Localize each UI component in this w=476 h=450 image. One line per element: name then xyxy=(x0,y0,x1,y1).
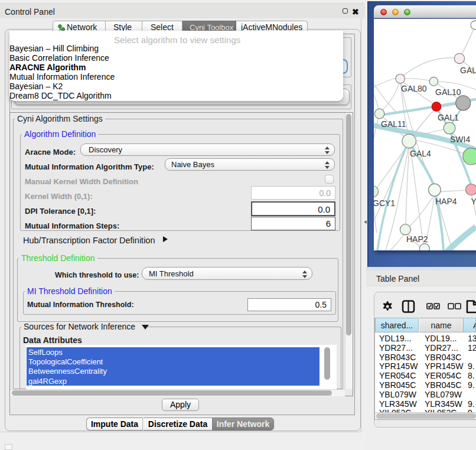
svg-text:GAL80: GAL80 xyxy=(401,84,427,93)
svg-text:GAL11: GAL11 xyxy=(381,119,406,129)
svg-text:GCY1: GCY1 xyxy=(374,198,395,208)
svg-text:HAP4: HAP4 xyxy=(435,197,457,206)
svg-text:SWI4: SWI4 xyxy=(450,135,470,144)
svg-text:GAL4: GAL4 xyxy=(410,149,431,158)
svg-text:GAL10: GAL10 xyxy=(435,87,461,97)
svg-text:GAL2: GAL2 xyxy=(460,66,476,75)
svg-text:HAP2: HAP2 xyxy=(406,234,428,244)
svg-text:GAL1: GAL1 xyxy=(438,113,459,122)
svg-text:Y: Y xyxy=(471,197,476,206)
